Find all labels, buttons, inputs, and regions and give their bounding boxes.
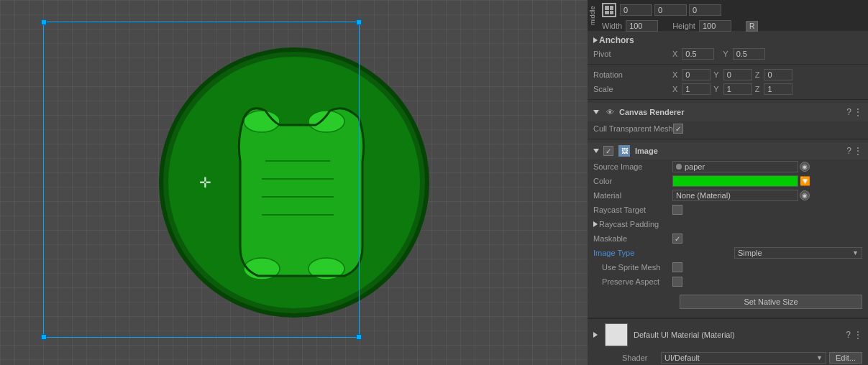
maskable-label: Maskable bbox=[593, 234, 672, 243]
canvas-renderer-section: 👁 Canvas Renderer ? ⋮ Cull Transparent M… bbox=[588, 100, 868, 139]
color-row: Color 🔽 bbox=[588, 174, 868, 188]
rotation-z-val: 0 bbox=[764, 69, 792, 80]
anchors-triangle[interactable] bbox=[593, 37, 598, 43]
r-button[interactable]: R bbox=[746, 21, 758, 32]
settings-icon-image[interactable]: ⋮ bbox=[854, 146, 862, 156]
settings-icon-material[interactable]: ⋮ bbox=[854, 330, 862, 340]
shader-dropdown[interactable]: UI/Default ▼ bbox=[661, 352, 826, 364]
image-header: 🖼 Image ? ⋮ bbox=[588, 142, 868, 160]
pivot-y-label: Y bbox=[723, 50, 728, 58]
height-val: 100 bbox=[699, 20, 731, 32]
color-label: Color bbox=[593, 177, 672, 185]
maskable-checkbox[interactable] bbox=[672, 234, 682, 244]
shader-val: UI/Default bbox=[664, 354, 700, 362]
cull-checkbox[interactable] bbox=[673, 124, 683, 134]
canvas-renderer-title: Canvas Renderer bbox=[619, 108, 685, 116]
color-eyedropper-icon[interactable]: 🔽 bbox=[800, 176, 810, 186]
scale-y-val: 1 bbox=[723, 83, 752, 95]
pivot-row: Pivot X 0.5 Y 0.5 bbox=[588, 47, 868, 61]
anchors-label: Anchors bbox=[599, 35, 678, 45]
use-sprite-mesh-label: Use Sprite Mesh bbox=[593, 263, 672, 272]
canvas-renderer-toggle[interactable] bbox=[593, 110, 599, 114]
default-material-section: Default UI Material (Material) ? ⋮ bbox=[588, 318, 868, 351]
rotation-label: Rotation bbox=[593, 70, 672, 79]
settings-icon-canvas[interactable]: ⋮ bbox=[854, 107, 862, 117]
source-dot bbox=[676, 164, 682, 170]
pivot-label: Pivot bbox=[593, 50, 672, 58]
anchors-section: Anchors Pivot X 0.5 Y 0.5 bbox=[588, 31, 868, 65]
help-icon-canvas[interactable]: ? bbox=[846, 107, 851, 117]
material-action-icons: ? ⋮ bbox=[846, 330, 862, 340]
shader-dropdown-arrow: ▼ bbox=[816, 354, 823, 361]
dropdown-arrow-image-type: ▼ bbox=[852, 249, 859, 257]
image-type-row: Image Type Simple ▼ bbox=[588, 246, 868, 260]
cull-row: Cull Transparent Mesh bbox=[588, 121, 868, 136]
scale-label: Scale bbox=[593, 85, 672, 93]
material-picker-btn[interactable]: ◉ bbox=[800, 190, 810, 200]
material-row: Material None (Material) ◉ bbox=[588, 188, 868, 203]
top-y-val: 0 bbox=[654, 4, 687, 16]
handle-tr[interactable] bbox=[356, 19, 362, 25]
canvas-area: ✛ bbox=[0, 0, 588, 365]
set-native-size-button[interactable]: Set Native Size bbox=[680, 295, 862, 309]
scale-z-val: 1 bbox=[764, 83, 792, 95]
scale-x-val: 1 bbox=[682, 83, 711, 95]
rotation-y-val: 0 bbox=[723, 69, 752, 80]
top-x-val: 0 bbox=[620, 4, 652, 16]
preserve-aspect-checkbox[interactable] bbox=[672, 277, 682, 287]
handle-tl[interactable] bbox=[41, 19, 47, 25]
material-section-toggle[interactable] bbox=[593, 332, 598, 338]
rotation-y-label: Y bbox=[713, 70, 718, 79]
pivot-x-val: 0.5 bbox=[682, 48, 714, 60]
material-thumbnail bbox=[605, 323, 628, 346]
raycast-target-checkbox[interactable] bbox=[672, 205, 682, 215]
side-label: middle bbox=[588, 0, 598, 31]
use-sprite-mesh-row: Use Sprite Mesh bbox=[588, 260, 868, 274]
right-panel: middle 0 0 0 Width 100 bbox=[588, 0, 868, 365]
color-picker[interactable] bbox=[672, 175, 798, 187]
pivot-y-val: 0.5 bbox=[733, 48, 765, 60]
material-field[interactable]: None (Material) bbox=[672, 190, 798, 201]
top-z-val: 0 bbox=[689, 4, 721, 16]
raycast-padding-toggle[interactable] bbox=[593, 221, 598, 227]
set-native-size-container: Set Native Size bbox=[588, 289, 868, 315]
scale-z-label: Z bbox=[755, 85, 760, 93]
move-icon: ✛ bbox=[199, 174, 211, 191]
raycast-target-label: Raycast Target bbox=[593, 205, 672, 214]
height-label: Height bbox=[672, 22, 695, 30]
rotation-row: Rotation X 0 Y 0 Z 0 bbox=[588, 68, 868, 82]
source-image-val: paper bbox=[685, 162, 705, 171]
raycast-padding-row: Raycast Padding bbox=[588, 217, 868, 231]
image-enabled-checkbox[interactable] bbox=[603, 146, 613, 156]
scale-x-label: X bbox=[672, 85, 677, 93]
image-title: Image bbox=[635, 147, 658, 155]
image-type-label: Image Type bbox=[593, 249, 634, 257]
source-image-field[interactable]: paper bbox=[672, 161, 798, 172]
help-icon-material[interactable]: ? bbox=[846, 330, 851, 340]
shader-edit-button[interactable]: Edit... bbox=[829, 352, 862, 364]
image-type-dropdown[interactable]: Simple ▼ bbox=[734, 247, 862, 259]
source-image-picker-btn[interactable]: ◉ bbox=[800, 162, 810, 172]
image-section: 🖼 Image ? ⋮ Source Image paper ◉ Color 🔽… bbox=[588, 139, 868, 318]
preserve-aspect-label: Preserve Aspect bbox=[593, 277, 672, 286]
preserve-aspect-row: Preserve Aspect bbox=[588, 274, 868, 289]
image-component-icon: 🖼 bbox=[618, 145, 630, 157]
source-image-row: Source Image paper ◉ bbox=[588, 160, 868, 174]
default-material-name: Default UI Material (Material) bbox=[634, 331, 840, 339]
scale-y-label: Y bbox=[713, 85, 718, 93]
scale-row: Scale X 1 Y 1 Z 1 bbox=[588, 82, 868, 96]
use-sprite-mesh-checkbox[interactable] bbox=[672, 262, 682, 272]
image-toggle[interactable] bbox=[593, 149, 599, 153]
shader-label: Shader bbox=[622, 354, 658, 362]
maskable-row: Maskable bbox=[588, 231, 868, 246]
canvas-renderer-visibility[interactable]: 👁 bbox=[603, 106, 616, 119]
canvas-renderer-icons: ? ⋮ bbox=[846, 107, 862, 117]
canvas-renderer-header: 👁 Canvas Renderer ? ⋮ bbox=[588, 103, 868, 121]
handle-br[interactable] bbox=[356, 334, 362, 340]
help-icon-image[interactable]: ? bbox=[846, 146, 851, 156]
handle-bl[interactable] bbox=[41, 334, 47, 340]
image-icons: ? ⋮ bbox=[846, 146, 862, 156]
rotation-x-label: X bbox=[672, 70, 677, 79]
source-image-label: Source Image bbox=[593, 162, 672, 171]
rect-transform-icon bbox=[602, 3, 616, 17]
